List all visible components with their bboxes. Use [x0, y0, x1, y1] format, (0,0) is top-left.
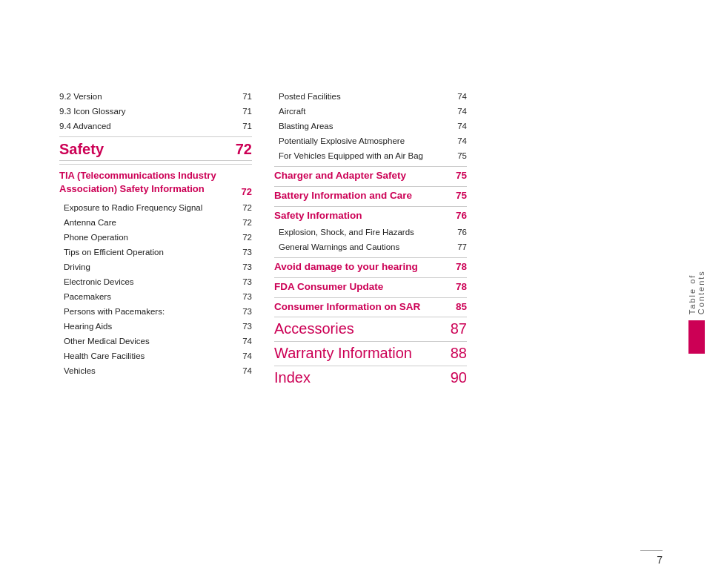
safety-sub-rows: Explosion, Shock, and Fire Hazards 76 Ge… [274, 225, 467, 254]
tia-header-row: TIA (Telecommunications Industry Associa… [59, 169, 252, 197]
row-9-4-advanced: 9.4 Advanced 71 [59, 119, 252, 133]
row-vehicles-airbag: For Vehicles Equipped with an Air Bag 75 [274, 148, 467, 163]
tia-block: TIA (Telecommunications Industry Associa… [59, 164, 252, 197]
accessories-section: Accessories 87 [274, 317, 467, 339]
row-explosive-atmosphere: Potentially Explosive Atmosphere 74 [274, 133, 467, 148]
row-explosion-shock: Explosion, Shock, and Fire Hazards 76 [274, 225, 467, 240]
row-tips-efficient: Tips on Efficient Operation 73 [59, 245, 252, 260]
row-vehicles: Vehicles 74 [59, 363, 252, 378]
left-column: 9.2 Version 71 9.3 Icon Glossary 71 9.4 … [59, 89, 252, 558]
row-antenna-care: Antenna Care 72 [59, 215, 252, 230]
row-persons-pacemakers: Persons with Pacemakers: 73 [59, 304, 252, 319]
safety-info-header: Safety Information 76 [274, 206, 467, 223]
avoid-damage-header: Avoid damage to your hearing 78 [274, 257, 467, 274]
page-number: 7 [640, 550, 663, 566]
row-driving: Driving 73 [59, 260, 252, 274]
row-pacemakers: Pacemakers 73 [59, 289, 252, 304]
side-tab: Table of Contents [686, 235, 707, 354]
row-9-3-icon-glossary: 9.3 Icon Glossary 71 [59, 104, 252, 119]
row-hearing-aids: Hearing Aids 73 [59, 319, 252, 334]
consumer-sar-header: Consumer Information on SAR 85 [274, 297, 467, 314]
row-9-2-version: 9.2 Version 71 [59, 89, 252, 104]
row-general-warnings: General Warnings and Cautions 77 [274, 240, 467, 254]
plain-rows-top: 9.2 Version 71 9.3 Icon Glossary 71 9.4 … [59, 89, 252, 133]
right-column: Posted Facilities 74 Aircraft 74 Blastin… [274, 89, 467, 558]
row-health-care: Health Care Facilities 74 [59, 348, 252, 363]
row-blasting-areas: Blasting Areas 74 [274, 119, 467, 133]
index-section: Index 90 [274, 366, 467, 388]
fda-update-header: FDA Consumer Update 78 [274, 277, 467, 294]
row-electronic-devices: Electronic Devices 73 [59, 274, 252, 289]
row-aircraft: Aircraft 74 [274, 104, 467, 119]
page-container: 9.2 Version 71 9.3 Icon Glossary 71 9.4 … [0, 0, 707, 588]
row-exposure: Exposure to Radio Frequency Signal 72 [59, 200, 252, 215]
main-content: 9.2 Version 71 9.3 Icon Glossary 71 9.4 … [0, 0, 707, 588]
safety-section-header: Safety 72 [59, 136, 252, 161]
charger-safety-header: Charger and Adapter Safety 75 [274, 166, 467, 183]
tia-rows: Exposure to Radio Frequency Signal 72 An… [59, 200, 252, 378]
side-tab-bar [688, 320, 705, 354]
row-phone-operation: Phone Operation 72 [59, 230, 252, 245]
row-posted-facilities: Posted Facilities 74 [274, 89, 467, 104]
right-plain-rows: Posted Facilities 74 Aircraft 74 Blastin… [274, 89, 467, 163]
row-other-medical: Other Medical Devices 74 [59, 334, 252, 348]
warranty-section: Warranty Information 88 [274, 341, 467, 363]
battery-info-header: Battery Information and Care 75 [274, 186, 467, 203]
